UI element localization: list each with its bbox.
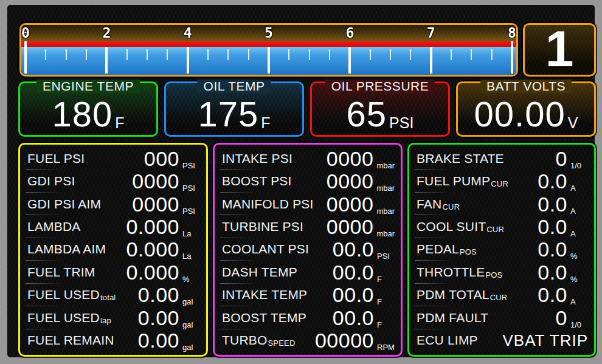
rpm-minor-tick: [451, 49, 452, 60]
row-boost-temp: BOOST TEMP 00.0F: [222, 306, 395, 329]
row-value: 0.00gal: [138, 307, 200, 328]
rpm-minor-tick: [288, 49, 289, 60]
row-label: FUEL TRIM: [27, 265, 95, 280]
rpm-major-tick: [105, 47, 108, 74]
rpm-major-tick: [24, 41, 27, 74]
rpm-minor-tick: [45, 49, 46, 60]
row-turbine-psi: TURBINE PSI 0000mbar: [222, 215, 395, 238]
panel-boost: INTAKE PSI 0000mbar BOOST PSI 0000mbar M…: [213, 143, 403, 357]
gauge-unit: F: [115, 115, 124, 131]
row-value: 0000mbar: [327, 216, 395, 237]
row-turbo-speed: TURBOSPEED 00000RPM: [222, 329, 395, 352]
row-unit: %: [567, 252, 588, 261]
rpm-minor-tick: [471, 49, 472, 60]
row-ecu-limp: ECU LIMP VBAT TRIP: [417, 329, 588, 352]
rpm-minor-tick: [126, 49, 128, 60]
row-value: VBAT TRIP: [503, 332, 589, 348]
gauge-unit: V: [568, 115, 578, 131]
row-unit: gal: [179, 343, 200, 352]
row-label: FUEL REMAIN: [27, 333, 114, 348]
rpm-minor-tick: [248, 49, 249, 60]
row-value: 000PSI: [144, 148, 200, 169]
row-unit: F: [374, 297, 395, 306]
row-cool-suit-cur: COOL SUITCUR 0.0A: [417, 215, 588, 238]
row-label: PDM FAULT: [417, 311, 488, 325]
row-label: DASH TEMP: [222, 265, 297, 280]
row-value: 0.0A: [538, 216, 588, 237]
rpm-scale-label-2: 2: [102, 25, 111, 41]
row-unit: %: [179, 275, 200, 284]
row-unit: A: [567, 207, 588, 216]
gauge-title: ENGINE TEMP: [36, 80, 140, 93]
row-label: PEDALPOS: [417, 242, 477, 256]
row-unit: 1/0: [567, 161, 588, 170]
row-unit: RPM: [374, 343, 395, 352]
row-value: 0000mbar: [327, 171, 395, 191]
display-bezel: 0245678 1 ENGINE TEMP 180F OIL TEMP 175F…: [0, 0, 602, 364]
row-pdm-total-cur: PDM TOTALCUR 0.0A: [417, 284, 588, 306]
rpm-major-tick: [268, 47, 270, 74]
row-pdm-fault: PDM FAULT 01/0: [417, 306, 588, 329]
rpm-minor-tick: [66, 49, 67, 60]
gauge-unit: PSI: [389, 115, 413, 131]
rpm-scale-label-7: 7: [427, 25, 435, 41]
row-label: COOLANT PSI: [222, 242, 309, 256]
rpm-scale: 0245678: [21, 25, 516, 41]
row-label: FANCUR: [417, 197, 460, 211]
row-unit: mbar: [373, 207, 395, 216]
panel-fuel: FUEL PSI 000PSI GDI PSI 0000PSI GDI PSI …: [18, 143, 208, 357]
dashboard-screen: 0245678 1 ENGINE TEMP 180F OIL TEMP 175F…: [7, 5, 595, 357]
row-value: 00.0F: [333, 262, 395, 283]
row-label: TURBINE PSI: [222, 219, 303, 234]
row-unit: 1/0: [567, 320, 588, 329]
rpm-minor-tick: [86, 49, 87, 60]
row-value: 0000mbar: [327, 148, 395, 169]
tachometer-bar: 0245678: [19, 23, 518, 77]
row-fuel-pump-cur: FUEL PUMPCUR 0.0A: [417, 170, 588, 192]
rpm-scale-label-5: 5: [265, 25, 273, 41]
row-label: COOL SUITCUR: [417, 219, 504, 234]
row-unit: A: [567, 297, 588, 306]
row-fuel-used-total: FUEL USEDtotal 0.00gal: [27, 284, 200, 306]
rpm-scale-label-0: 0: [21, 25, 30, 41]
data-panels: FUEL PSI 000PSI GDI PSI 0000PSI GDI PSI …: [7, 143, 595, 357]
gauge-title: OIL TEMP: [198, 80, 271, 93]
rpm-minor-tick: [491, 49, 493, 60]
row-unit: PSI: [179, 207, 200, 216]
gauge-title: BATT VOLTS: [480, 80, 572, 93]
row-value: 01/0: [556, 307, 588, 328]
row-value: 0000mbar: [327, 194, 395, 215]
gauge-value: 00.00V: [458, 97, 594, 132]
row-label: PDM TOTALCUR: [417, 287, 507, 302]
row-dash-temp: DASH TEMP 00.0F: [222, 261, 395, 283]
gauge-batt-volts: BATT VOLTS 00.00V: [456, 81, 596, 137]
gauge-value: 65PSI: [312, 97, 448, 132]
row-value: 00.0F: [333, 284, 395, 305]
row-value: 0.0%: [538, 239, 588, 259]
row-value: 0.000La: [126, 239, 200, 259]
row-value: 00000RPM: [315, 330, 395, 351]
rpm-minor-tick: [329, 49, 330, 60]
row-value: 0.0A: [538, 194, 588, 215]
rpm-minor-tick: [207, 49, 209, 60]
row-label: FUEL PUMPCUR: [417, 174, 508, 188]
row-unit: A: [567, 184, 588, 193]
gauge-value: 175F: [166, 97, 302, 132]
row-value: 0.00gal: [138, 284, 200, 305]
row-unit: mbar: [373, 184, 395, 193]
rpm-major-tick: [511, 41, 513, 74]
row-label: FUEL USEDtotal: [27, 287, 116, 302]
rpm-minor-tick: [227, 49, 229, 60]
gear-indicator: 1: [523, 23, 596, 77]
row-gdi-psi-aim: GDI PSI AIM 0000PSI: [27, 193, 200, 215]
row-unit: La: [179, 252, 200, 261]
row-manifold-psi: MANIFOLD PSI 0000mbar: [222, 193, 395, 215]
rpm-minor-tick: [309, 49, 310, 60]
row-label: GDI PSI: [27, 174, 75, 188]
row-value: 0000PSI: [132, 171, 200, 191]
row-fuel-used-lap: FUEL USEDlap 0.00gal: [27, 306, 200, 329]
row-label: LAMBDA: [27, 219, 81, 234]
rpm-scale-label-4: 4: [184, 25, 192, 41]
row-value: 0.00gal: [138, 330, 200, 351]
rpm-scale-label-6: 6: [345, 25, 354, 41]
